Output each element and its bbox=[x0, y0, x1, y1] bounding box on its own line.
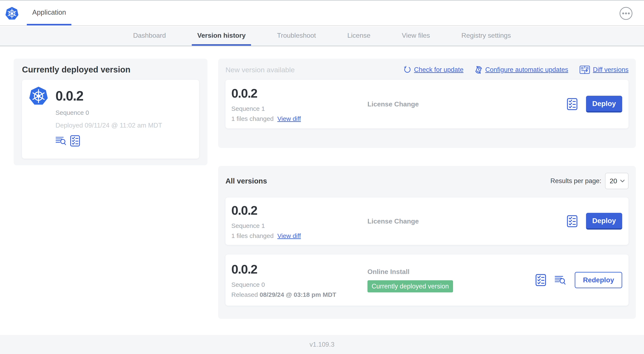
kubernetes-logo bbox=[29, 86, 48, 106]
tab-registry-settings[interactable]: Registry settings bbox=[456, 27, 516, 46]
files-changed: 1 files changed bbox=[231, 232, 274, 239]
released-timestamp: 08/29/24 @ 03:18 pm MDT bbox=[260, 291, 336, 298]
currently-deployed-badge: Currently deployed version bbox=[368, 280, 453, 292]
app-tab-application[interactable]: Application bbox=[27, 1, 72, 25]
preflight-checks-button[interactable] bbox=[535, 274, 546, 286]
redeploy-button[interactable]: Redeploy bbox=[575, 272, 622, 288]
version-source: License Change bbox=[368, 100, 567, 108]
logs-icon bbox=[56, 136, 67, 146]
logs-icon bbox=[554, 275, 566, 285]
configure-automatic-updates-link[interactable]: Configure automatic updates bbox=[475, 66, 568, 74]
app-header: Application bbox=[0, 0, 644, 26]
results-per-page-value: 20 bbox=[610, 177, 617, 185]
version-source: License Change bbox=[368, 217, 567, 225]
tab-troubleshoot[interactable]: Troubleshoot bbox=[272, 27, 321, 46]
deployed-timestamp: Deployed 09/11/24 @ 11:02 am MDT bbox=[56, 122, 192, 129]
view-diff-link[interactable]: View diff bbox=[278, 115, 301, 122]
console-version: v1.109.3 bbox=[310, 341, 334, 348]
version-source: Online Install bbox=[368, 268, 535, 276]
version-row: 0.0.2 Sequence 1 1 files changed View di… bbox=[226, 198, 628, 245]
version-sequence: Sequence 0 bbox=[231, 281, 368, 288]
configure-automatic-updates-label[interactable]: Configure automatic updates bbox=[485, 66, 568, 74]
released-prefix: Released bbox=[231, 291, 258, 298]
all-versions-title: All versions bbox=[226, 177, 267, 185]
kubernetes-logo bbox=[5, 7, 19, 20]
currently-deployed-version-card: 0.0.2 Sequence 0 Deployed 09/11/24 @ 11:… bbox=[22, 80, 199, 159]
preflight-checklist-icon bbox=[567, 215, 578, 227]
check-for-update-label[interactable]: Check for update bbox=[414, 66, 464, 74]
deployed-version-number: 0.0.2 bbox=[56, 88, 83, 104]
version-number: 0.0.2 bbox=[231, 86, 368, 101]
preflight-checks-button[interactable] bbox=[567, 98, 578, 110]
view-logs-button[interactable] bbox=[56, 136, 67, 146]
new-version-panel: New version available Check for update bbox=[218, 59, 636, 148]
preflight-checklist-icon bbox=[567, 98, 578, 110]
refresh-icon bbox=[404, 66, 411, 74]
diff-versions-link[interactable]: Diff versions bbox=[580, 66, 628, 74]
deploy-button[interactable]: Deploy bbox=[586, 213, 622, 230]
deploy-button[interactable]: Deploy bbox=[586, 96, 622, 113]
tab-view-files[interactable]: View files bbox=[396, 27, 436, 46]
new-version-row: 0.0.2 Sequence 1 1 files changed View di… bbox=[226, 80, 628, 128]
tab-dashboard[interactable]: Dashboard bbox=[128, 27, 172, 46]
preflight-checks-button[interactable] bbox=[567, 215, 578, 227]
overflow-menu-button[interactable] bbox=[619, 7, 633, 20]
currently-deployed-title: Currently deployed version bbox=[22, 65, 199, 74]
results-per-page-label: Results per page: bbox=[550, 177, 601, 185]
new-version-title: New version available bbox=[226, 66, 295, 74]
app-footer: v1.109.3 bbox=[0, 335, 644, 354]
schedule-update-icon bbox=[475, 66, 482, 74]
diff-icon bbox=[580, 66, 590, 74]
version-sequence: Sequence 1 bbox=[231, 105, 368, 112]
app-subnav: Dashboard Version history Troubleshoot L… bbox=[0, 27, 644, 46]
app-title: Application bbox=[32, 8, 66, 16]
version-number: 0.0.2 bbox=[231, 203, 368, 218]
diff-versions-label[interactable]: Diff versions bbox=[593, 66, 628, 74]
all-versions-panel: All versions Results per page: 20 0.0.2 … bbox=[218, 166, 636, 319]
preflight-checks-button[interactable] bbox=[70, 135, 80, 147]
currently-deployed-card: Currently deployed version bbox=[14, 59, 208, 165]
version-row: 0.0.2 Sequence 0 Released 08/29/24 @ 03:… bbox=[226, 254, 628, 306]
check-for-update-link[interactable]: Check for update bbox=[404, 66, 464, 74]
results-per-page-select[interactable]: 20 bbox=[605, 173, 628, 189]
ellipsis-icon bbox=[619, 7, 633, 20]
deployed-sequence: Sequence 0 bbox=[56, 109, 192, 116]
files-changed: 1 files changed bbox=[231, 115, 274, 122]
tab-license[interactable]: License bbox=[342, 27, 376, 46]
chevron-down-icon bbox=[620, 180, 625, 182]
view-diff-link[interactable]: View diff bbox=[278, 232, 301, 239]
version-sequence: Sequence 1 bbox=[231, 222, 368, 229]
tab-version-history[interactable]: Version history bbox=[192, 27, 251, 46]
preflight-checklist-icon bbox=[70, 135, 80, 147]
version-number: 0.0.2 bbox=[231, 262, 368, 276]
view-logs-button[interactable] bbox=[554, 275, 566, 285]
preflight-checklist-icon bbox=[535, 274, 546, 286]
